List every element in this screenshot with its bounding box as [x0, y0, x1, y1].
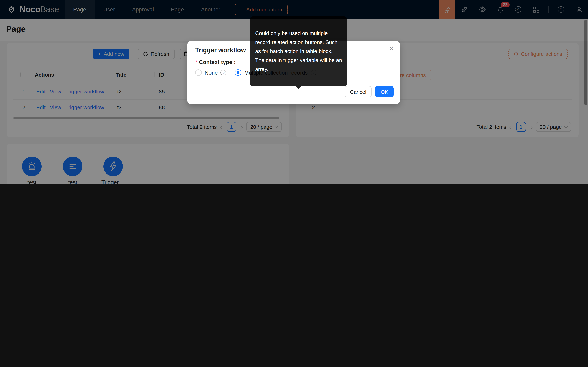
cancel-button[interactable]: Cancel — [345, 86, 372, 98]
ok-button[interactable]: OK — [375, 86, 394, 98]
help-tooltip: Could only be used on multiple record re… — [250, 16, 347, 86]
radio-none-label[interactable]: None — [205, 69, 218, 76]
tooltip-arrow — [295, 86, 302, 89]
required-asterisk: * — [195, 59, 198, 65]
context-type-label: *Context type : — [195, 59, 236, 65]
app-root: NocoBase Page User Approval Page Another… — [0, 0, 588, 184]
help-question-icon[interactable]: ? — [221, 70, 226, 75]
modal-title: Trigger workflow — [195, 47, 246, 54]
radio-none[interactable] — [195, 69, 202, 76]
close-icon[interactable]: × — [389, 44, 394, 52]
radio-multiple-records[interactable] — [235, 69, 242, 76]
tooltip-text: Could only be used on multiple record re… — [255, 30, 342, 72]
modal-footer: Cancel OK — [345, 86, 394, 98]
